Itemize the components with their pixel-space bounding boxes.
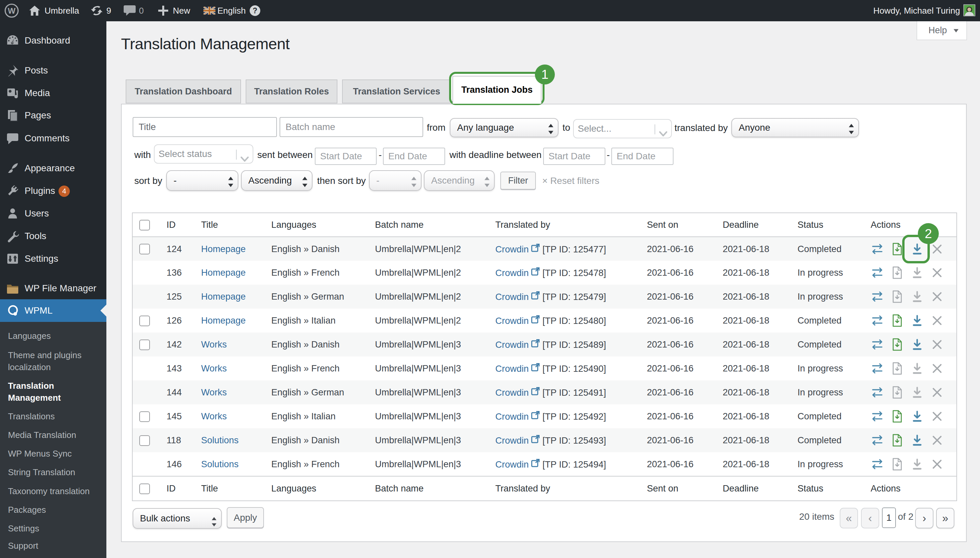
svg-text:W: W bbox=[8, 6, 15, 15]
svg-text:?: ? bbox=[252, 6, 257, 15]
